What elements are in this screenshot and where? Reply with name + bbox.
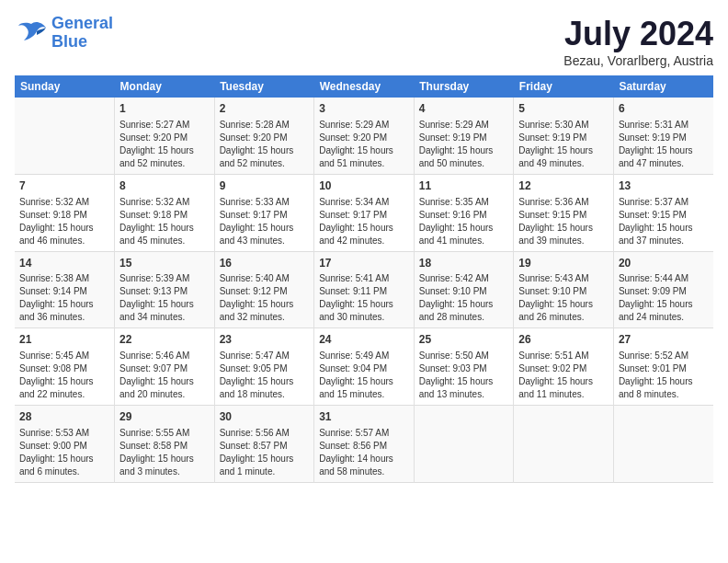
weekday-header-tuesday: Tuesday xyxy=(214,75,314,98)
day-info: Sunrise: 5:35 AMSunset: 9:16 PMDaylight:… xyxy=(419,196,509,247)
day-cell: 18Sunrise: 5:42 AMSunset: 9:10 PMDayligh… xyxy=(414,251,514,328)
day-number: 14 xyxy=(19,256,109,271)
day-number: 2 xyxy=(220,101,310,117)
day-info: Sunrise: 5:33 AMSunset: 9:17 PMDaylight:… xyxy=(220,196,310,247)
day-info: Sunrise: 5:31 AMSunset: 9:19 PMDaylight:… xyxy=(619,119,709,170)
day-cell: 3Sunrise: 5:29 AMSunset: 9:20 PMDaylight… xyxy=(314,98,415,174)
calendar-table: SundayMondayTuesdayWednesdayThursdayFrid… xyxy=(15,75,713,483)
day-cell: 20Sunrise: 5:44 AMSunset: 9:09 PMDayligh… xyxy=(613,251,713,328)
day-cell: 19Sunrise: 5:43 AMSunset: 9:10 PMDayligh… xyxy=(514,251,614,328)
day-cell: 15Sunrise: 5:39 AMSunset: 9:13 PMDayligh… xyxy=(115,251,215,328)
day-cell: 22Sunrise: 5:46 AMSunset: 9:07 PMDayligh… xyxy=(115,328,215,406)
day-cell: 10Sunrise: 5:34 AMSunset: 9:17 PMDayligh… xyxy=(314,174,415,251)
day-cell: 16Sunrise: 5:40 AMSunset: 9:12 PMDayligh… xyxy=(214,251,314,328)
weekday-header-sunday: Sunday xyxy=(15,75,115,98)
day-info: Sunrise: 5:37 AMSunset: 9:15 PMDaylight:… xyxy=(619,196,709,247)
day-info: Sunrise: 5:57 AMSunset: 8:56 PMDaylight:… xyxy=(319,427,409,478)
week-row-2: 7Sunrise: 5:32 AMSunset: 9:18 PMDaylight… xyxy=(15,174,713,251)
day-cell: 25Sunrise: 5:50 AMSunset: 9:03 PMDayligh… xyxy=(414,328,514,406)
day-number: 30 xyxy=(220,409,310,425)
day-cell: 9Sunrise: 5:33 AMSunset: 9:17 PMDaylight… xyxy=(214,174,314,251)
day-info: Sunrise: 5:40 AMSunset: 9:12 PMDaylight:… xyxy=(220,272,310,324)
day-number: 27 xyxy=(619,332,709,348)
day-number: 1 xyxy=(119,101,210,117)
day-number: 8 xyxy=(119,178,210,194)
day-cell: 31Sunrise: 5:57 AMSunset: 8:56 PMDayligh… xyxy=(314,406,415,483)
day-info: Sunrise: 5:29 AMSunset: 9:20 PMDaylight:… xyxy=(319,119,409,170)
day-number: 16 xyxy=(220,256,310,271)
day-number: 29 xyxy=(119,409,210,425)
day-info: Sunrise: 5:41 AMSunset: 9:11 PMDaylight:… xyxy=(319,272,409,324)
day-number: 21 xyxy=(19,332,109,348)
day-info: Sunrise: 5:47 AMSunset: 9:05 PMDaylight:… xyxy=(220,350,310,401)
day-cell: 27Sunrise: 5:52 AMSunset: 9:01 PMDayligh… xyxy=(613,328,713,406)
week-row-5: 28Sunrise: 5:53 AMSunset: 9:00 PMDayligh… xyxy=(15,406,713,483)
day-info: Sunrise: 5:36 AMSunset: 9:15 PMDaylight:… xyxy=(518,196,609,247)
day-number: 22 xyxy=(119,332,210,348)
day-cell xyxy=(613,406,713,483)
day-number: 23 xyxy=(220,332,310,348)
day-info: Sunrise: 5:52 AMSunset: 9:01 PMDaylight:… xyxy=(619,350,709,401)
day-info: Sunrise: 5:34 AMSunset: 9:17 PMDaylight:… xyxy=(319,196,409,247)
week-row-4: 21Sunrise: 5:45 AMSunset: 9:08 PMDayligh… xyxy=(15,328,713,406)
weekday-header-friday: Friday xyxy=(514,75,614,98)
day-cell: 7Sunrise: 5:32 AMSunset: 9:18 PMDaylight… xyxy=(15,174,115,251)
day-cell xyxy=(414,406,514,483)
month-title: July 2024 xyxy=(563,15,713,53)
day-number: 20 xyxy=(619,256,709,271)
day-cell: 12Sunrise: 5:36 AMSunset: 9:15 PMDayligh… xyxy=(514,174,614,251)
day-number: 18 xyxy=(419,256,509,271)
day-cell: 28Sunrise: 5:53 AMSunset: 9:00 PMDayligh… xyxy=(15,406,115,483)
weekday-header-row: SundayMondayTuesdayWednesdayThursdayFrid… xyxy=(15,75,713,98)
weekday-header-thursday: Thursday xyxy=(414,75,514,98)
day-number: 12 xyxy=(518,178,609,194)
day-info: Sunrise: 5:51 AMSunset: 9:02 PMDaylight:… xyxy=(518,350,609,401)
day-cell: 5Sunrise: 5:30 AMSunset: 9:19 PMDaylight… xyxy=(514,98,614,174)
day-cell: 6Sunrise: 5:31 AMSunset: 9:19 PMDaylight… xyxy=(613,98,713,174)
weekday-header-wednesday: Wednesday xyxy=(314,75,415,98)
day-info: Sunrise: 5:42 AMSunset: 9:10 PMDaylight:… xyxy=(419,272,509,324)
day-info: Sunrise: 5:30 AMSunset: 9:19 PMDaylight:… xyxy=(518,119,609,170)
day-cell: 2Sunrise: 5:28 AMSunset: 9:20 PMDaylight… xyxy=(214,98,314,174)
day-number: 26 xyxy=(518,332,609,348)
day-number: 9 xyxy=(220,178,310,194)
day-number: 19 xyxy=(518,256,609,271)
day-number: 11 xyxy=(419,178,509,194)
day-cell: 17Sunrise: 5:41 AMSunset: 9:11 PMDayligh… xyxy=(314,251,415,328)
day-info: Sunrise: 5:28 AMSunset: 9:20 PMDaylight:… xyxy=(220,119,310,170)
title-block: July 2024 Bezau, Vorarlberg, Austria xyxy=(563,15,713,68)
location: Bezau, Vorarlberg, Austria xyxy=(563,53,713,68)
logo-icon xyxy=(15,20,48,46)
day-cell: 4Sunrise: 5:29 AMSunset: 9:19 PMDaylight… xyxy=(414,98,514,174)
day-cell: 24Sunrise: 5:49 AMSunset: 9:04 PMDayligh… xyxy=(314,328,415,406)
day-number: 25 xyxy=(419,332,509,348)
day-cell: 8Sunrise: 5:32 AMSunset: 9:18 PMDaylight… xyxy=(115,174,215,251)
day-info: Sunrise: 5:46 AMSunset: 9:07 PMDaylight:… xyxy=(119,350,210,401)
day-cell: 30Sunrise: 5:56 AMSunset: 8:57 PMDayligh… xyxy=(214,406,314,483)
day-info: Sunrise: 5:55 AMSunset: 8:58 PMDaylight:… xyxy=(119,427,210,478)
weekday-header-saturday: Saturday xyxy=(613,75,713,98)
day-cell xyxy=(15,98,115,174)
day-info: Sunrise: 5:53 AMSunset: 9:00 PMDaylight:… xyxy=(19,427,109,478)
day-info: Sunrise: 5:32 AMSunset: 9:18 PMDaylight:… xyxy=(119,196,210,247)
logo: General Blue xyxy=(15,15,113,52)
day-cell xyxy=(514,406,614,483)
day-info: Sunrise: 5:50 AMSunset: 9:03 PMDaylight:… xyxy=(419,350,509,401)
day-info: Sunrise: 5:43 AMSunset: 9:10 PMDaylight:… xyxy=(518,272,609,324)
day-number: 31 xyxy=(319,409,409,425)
day-number: 7 xyxy=(19,178,109,194)
day-info: Sunrise: 5:32 AMSunset: 9:18 PMDaylight:… xyxy=(19,196,109,247)
day-cell: 11Sunrise: 5:35 AMSunset: 9:16 PMDayligh… xyxy=(414,174,514,251)
day-number: 15 xyxy=(119,256,210,271)
week-row-1: 1Sunrise: 5:27 AMSunset: 9:20 PMDaylight… xyxy=(15,98,713,174)
day-number: 24 xyxy=(319,332,409,348)
day-number: 13 xyxy=(619,178,709,194)
day-cell: 23Sunrise: 5:47 AMSunset: 9:05 PMDayligh… xyxy=(214,328,314,406)
logo-text: General Blue xyxy=(51,15,113,52)
day-number: 17 xyxy=(319,256,409,271)
day-info: Sunrise: 5:44 AMSunset: 9:09 PMDaylight:… xyxy=(619,272,709,324)
week-row-3: 14Sunrise: 5:38 AMSunset: 9:14 PMDayligh… xyxy=(15,251,713,328)
day-cell: 26Sunrise: 5:51 AMSunset: 9:02 PMDayligh… xyxy=(514,328,614,406)
page-header: General Blue July 2024 Bezau, Vorarlberg… xyxy=(15,15,713,68)
day-info: Sunrise: 5:29 AMSunset: 9:19 PMDaylight:… xyxy=(419,119,509,170)
